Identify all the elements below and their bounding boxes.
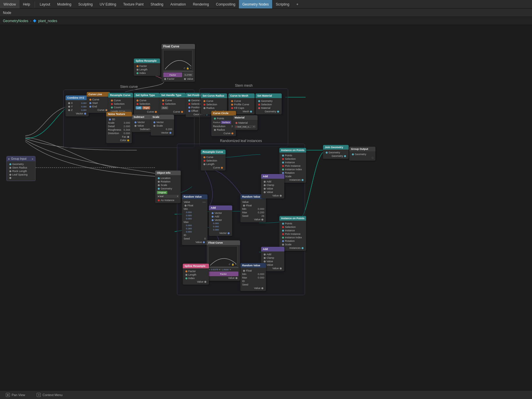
node-label: Node — [3, 11, 11, 15]
resample-curve-stem-header: Resample Curve — [108, 93, 133, 97]
curve-reset-icon[interactable]: ↺ — [183, 67, 185, 70]
node-add-mid: Add Vector Add Vector 0.000 0.000 0.000 … — [209, 205, 232, 236]
add-right-body: Add Clamp Value Value Value — [261, 179, 284, 198]
menu-geometry-nodes[interactable]: Geometry Nodes — [239, 0, 272, 8]
combine-xyz-header: Combine XYZ — [65, 95, 89, 100]
menu-texture-paint[interactable]: Texture Paint — [120, 0, 147, 8]
node-float-curve-top-body: ↺ 🔒 ≡ Factor 0.2795 Factor Value — [162, 49, 195, 82]
menu-rendering[interactable]: Rendering — [189, 0, 212, 8]
group-input-expand[interactable]: ▸ — [32, 157, 33, 160]
curve-lock-icon[interactable]: 🔒 — [186, 67, 189, 70]
breadcrumb-plant-nodes[interactable]: plant_nodes — [38, 19, 57, 23]
context-label: Context Menu — [42, 393, 62, 397]
noise-texture-header: Noise Texture — [106, 112, 132, 116]
menu-uv-editing[interactable]: UV Editing — [96, 0, 120, 8]
node-scale-stem: Scale Vector Scale 0.200 Vector — [151, 115, 174, 136]
random-value-3-body: Float Min0.000 Max0.000 ID Seed Value — [240, 268, 266, 291]
add-mid-body: Vector Add Vector 0.000 0.000 0.000 Vect… — [209, 210, 232, 236]
menu-add[interactable]: + — [293, 0, 302, 8]
set-spline-type-body: Curve Selection Left Right Curve — [134, 97, 159, 115]
instance-on-points-2-body: Points Selection Instance Pick Instance … — [279, 221, 306, 251]
object-info-header: Object Info — [155, 171, 181, 175]
group-output-body: Geometry G — [349, 151, 375, 161]
group-input-triangle: ▸ — [8, 157, 10, 160]
menu-layout[interactable]: Layout — [36, 0, 54, 8]
curve-circle-header: Curve Circle — [211, 111, 236, 116]
spline-resample-1-header: Spline Resample — [134, 58, 160, 63]
menu-scripting[interactable]: Scripting — [272, 0, 293, 8]
material-stem-body: Material ● leaf_mat_s... ✕ — [233, 120, 258, 130]
random-value-2-body: Value Float Min0.000 Max0.200 Seed26 Val… — [240, 199, 266, 222]
node-set-spline-type: Set Spline Type Curve Selection Left Rig… — [134, 93, 159, 115]
curve-b-menu-icon[interactable]: ≡ — [235, 263, 237, 266]
stem-curve-label: Stem curve — [120, 85, 138, 89]
breadcrumb-separator: › — [30, 19, 31, 23]
pan-icon: ⊕ — [6, 393, 10, 397]
node-curve-line: Curve Line Curve Start End Curve — [87, 92, 110, 113]
curve-b-close[interactable]: ✕ — [229, 268, 231, 271]
random-value-1-header: Random Value — [182, 194, 208, 199]
scale-stem-header: Scale — [151, 115, 174, 119]
float-curve-value-row: Factor Value — [163, 77, 193, 81]
add-right-header: Add — [261, 174, 284, 179]
obj-info-dropdown[interactable]: ▾ — [177, 195, 178, 198]
noise-texture-body: 3D Scale3.000 Detail2.000 Roughness0.344… — [106, 116, 132, 143]
stem-mesh-label: Stem mesh — [235, 84, 253, 88]
menu-compositing[interactable]: Compositing — [212, 0, 239, 8]
instance-on-points-1-header: Instance on Points — [279, 148, 306, 152]
object-info-body: Location Rotation Scale Geometry Origina… — [155, 175, 181, 203]
breadcrumb-geometry-nodes[interactable]: GeometryNodes — [3, 19, 28, 23]
menu-shading[interactable]: Shading — [147, 0, 167, 8]
curve-widget-bottom[interactable]: ↺ 🔒 ≡ — [208, 246, 237, 267]
set-handle-type-header: Set Handle Type — [159, 93, 186, 97]
randomized-leaf-label: Randomized leaf instances — [220, 139, 262, 143]
node-object-info: Object Info Location Rotation Scale Geom… — [155, 171, 181, 203]
context-icon: ≡ — [37, 393, 41, 397]
join-geometry-header: Join Geometry — [323, 145, 349, 150]
node-float-curve-top: Float Curve ↺ 🔒 ≡ Factor 0.2795 Factor — [162, 44, 195, 82]
menu-modeling[interactable]: Modeling — [54, 0, 75, 8]
float-curve-bottom-body: ↺ 🔒 ≡ X:0.6375 Y:1.0000 ✕ Factor Value — [207, 245, 240, 281]
add-bottom-header: Add — [261, 247, 284, 251]
set-curve-radius-header: Set Curve Radius — [201, 93, 227, 98]
menu-sculpting[interactable]: Sculpting — [75, 0, 96, 8]
curve-b-reset-icon[interactable]: ↺ — [228, 263, 230, 266]
curve-menu-icon[interactable]: ≡ — [190, 67, 191, 70]
breadcrumb-bar: GeometryNodes › 🔷 plant_nodes — [0, 17, 532, 25]
menu-help[interactable]: Help — [19, 0, 34, 8]
instance-on-points-2-header: Instance on Points — [279, 216, 306, 221]
breadcrumb-icon: 🔷 — [33, 19, 36, 22]
node-resample-curve-leaf: Resample Curve Curve Selection Length Cu… — [201, 150, 226, 171]
top-menu-bar: Window Help Layout Modeling Sculpting UV… — [0, 0, 532, 9]
material-close[interactable]: ✕ — [253, 125, 255, 128]
curve-b-lock-icon[interactable]: 🔒 — [231, 263, 234, 266]
node-noise-texture: Noise Texture 3D Scale3.000 Detail2.000 … — [106, 112, 132, 143]
random-value-3-header: Random Value — [240, 263, 266, 268]
node-set-material-stem: Set Material Geometry Selection Material… — [256, 93, 282, 114]
node-float-curve-top-header: Float Curve — [162, 44, 195, 49]
status-context-menu[interactable]: ≡ Context Menu — [37, 393, 62, 397]
node-join-geometry: Join Geometry Geometry Geometry — [323, 145, 349, 159]
node-curve-circle: Curve Circle Points Radius Surface Resol… — [211, 111, 236, 136]
resample-curve-leaf-header: Resample Curve — [201, 150, 226, 154]
random-value-1-body: Value── Float Min 0.000 0.000 0.000 Max … — [182, 199, 208, 245]
curve-line-body: Curve Start End Curve — [87, 97, 110, 113]
node-random-value-1: Random Value Value── Float Min 0.000 0.0… — [182, 194, 208, 245]
spline-resample-1-body: Factor Length Index — [134, 63, 160, 76]
spline-resample-2-body: Factor Length Index Value — [183, 268, 209, 285]
menu-window[interactable]: Window — [0, 0, 19, 8]
combine-xyz-body: X0.000 Y0.000 Z0.000 Vector — [65, 100, 89, 116]
menu-animation[interactable]: Animation — [167, 0, 189, 8]
node-group-output: Group Output Geometry G — [349, 147, 375, 161]
group-output-header: Group Output — [349, 147, 375, 151]
group-input-label: Group Input — [11, 157, 26, 160]
curve-widget-top[interactable]: ↺ 🔒 ≡ — [163, 50, 192, 70]
status-pan-view[interactable]: ⊕ Pan View — [6, 393, 25, 397]
status-bar: ⊕ Pan View ≡ Context Menu — [0, 390, 532, 399]
material-stem-header: Material — [233, 115, 258, 120]
node-material-stem: Material Material ● leaf_mat_s... ✕ — [233, 115, 258, 130]
float-curve-bottom-header: Float Curve — [207, 240, 240, 245]
add-mid-header: Add — [209, 205, 232, 210]
node-editor-canvas[interactable]: Float Curve ↺ 🔒 ≡ Factor 0.2795 Factor — [0, 25, 532, 390]
curve-to-mesh-header: Curve to Mesh — [228, 93, 255, 98]
